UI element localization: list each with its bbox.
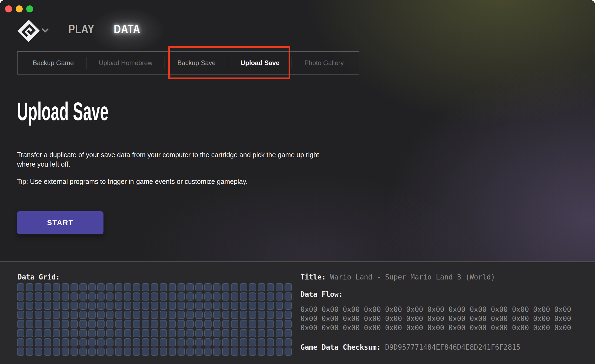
grid-cell <box>213 329 220 337</box>
grid-cell <box>124 320 131 328</box>
grid-cell <box>97 302 105 310</box>
grid-cell <box>17 311 24 319</box>
grid-cell <box>213 283 220 291</box>
grid-cell <box>160 292 167 301</box>
grid-cell <box>240 348 247 356</box>
grid-cell <box>79 292 87 301</box>
grid-cell <box>186 320 194 328</box>
grid-cell <box>17 348 24 356</box>
grid-cell <box>204 283 212 291</box>
grid-cell <box>26 292 33 301</box>
grid-cell <box>258 311 265 319</box>
nav-data[interactable]: DATA <box>114 23 140 35</box>
grid-cell <box>79 311 87 319</box>
data-flow-rows: 0x00 0x00 0x00 0x00 0x00 0x00 0x00 0x00 … <box>300 305 571 332</box>
grid-cell <box>26 311 33 319</box>
grid-cell <box>88 302 96 310</box>
grid-cell <box>35 302 42 310</box>
grid-cell <box>26 348 33 356</box>
grid-cell <box>267 338 274 346</box>
grid-cell <box>35 338 42 346</box>
grid-cell <box>97 329 105 337</box>
grid-cell <box>285 348 292 356</box>
grid-cell <box>169 292 176 301</box>
title-label: Title: <box>300 273 330 281</box>
grid-cell <box>249 311 256 319</box>
nav-play[interactable]: PLAY <box>68 23 94 35</box>
grid-cell <box>133 338 140 346</box>
grid-cell <box>222 311 229 319</box>
grid-cell <box>186 329 194 337</box>
grid-cell <box>124 338 131 346</box>
grid-cell <box>133 292 140 301</box>
grid-cell <box>35 320 42 328</box>
start-button[interactable]: START <box>17 211 103 234</box>
grid-cell <box>53 348 60 356</box>
grid-cell <box>124 311 131 319</box>
grid-cell <box>133 283 140 291</box>
grid-cell <box>133 329 140 337</box>
tab-backup-game[interactable]: Backup Game <box>26 59 81 67</box>
grid-cell <box>276 338 283 346</box>
grid-cell <box>258 302 265 310</box>
grid-cell <box>169 348 176 356</box>
chevron-down-icon[interactable] <box>42 28 49 33</box>
grid-cell <box>204 302 212 310</box>
grid-cell <box>151 320 158 328</box>
grid-cell <box>17 320 24 328</box>
grid-cell <box>231 329 238 337</box>
grid-cell <box>231 348 238 356</box>
grid-cell <box>88 338 96 346</box>
grid-cell <box>213 338 220 346</box>
grid-cell <box>115 329 122 337</box>
grid-cell <box>142 302 149 310</box>
epilogue-logo-icon <box>17 19 40 42</box>
tab-backup-save[interactable]: Backup Save <box>170 59 222 67</box>
grid-cell <box>285 283 292 291</box>
grid-cell <box>222 338 229 346</box>
grid-cell <box>231 311 238 319</box>
window-controls <box>5 5 33 12</box>
grid-cell <box>160 348 167 356</box>
grid-cell <box>267 329 274 337</box>
grid-cell <box>195 311 203 319</box>
grid-cell <box>195 292 203 301</box>
grid-cell <box>276 302 283 310</box>
grid-cell <box>222 283 229 291</box>
grid-cell <box>62 283 69 291</box>
grid-cell <box>222 320 229 328</box>
grid-cell <box>231 338 238 346</box>
tab-upload-save[interactable]: Upload Save <box>233 59 286 67</box>
tab-bar: Backup GameUpload HomebrewBackup SaveUpl… <box>17 51 359 75</box>
grid-cell <box>204 320 212 328</box>
grid-cell <box>213 311 220 319</box>
grid-cell <box>133 302 140 310</box>
grid-cell <box>204 311 212 319</box>
minimize-button[interactable] <box>16 5 23 12</box>
grid-cell <box>240 329 247 337</box>
grid-cell <box>71 329 78 337</box>
grid-cell <box>178 320 185 328</box>
grid-cell <box>124 283 131 291</box>
app-logo-menu[interactable] <box>17 19 52 42</box>
close-button[interactable] <box>5 5 12 12</box>
grid-cell <box>285 311 292 319</box>
tab-upload-homebrew[interactable]: Upload Homebrew <box>92 59 159 67</box>
grid-cell <box>53 292 60 301</box>
grid-cell <box>26 338 33 346</box>
grid-cell <box>240 311 247 319</box>
grid-cell <box>124 329 131 337</box>
tab-photo-gallery[interactable]: Photo Gallery <box>298 59 351 67</box>
grid-cell <box>258 292 265 301</box>
grid-cell <box>151 338 158 346</box>
grid-cell <box>142 329 149 337</box>
grid-cell <box>267 292 274 301</box>
checksum-label: Game Data Checksum: <box>300 343 385 351</box>
grid-cell <box>186 302 194 310</box>
grid-cell <box>151 348 158 356</box>
zoom-button[interactable] <box>26 5 33 12</box>
grid-cell <box>124 302 131 310</box>
grid-cell <box>267 320 274 328</box>
grid-cell <box>71 292 78 301</box>
grid-cell <box>204 292 212 301</box>
